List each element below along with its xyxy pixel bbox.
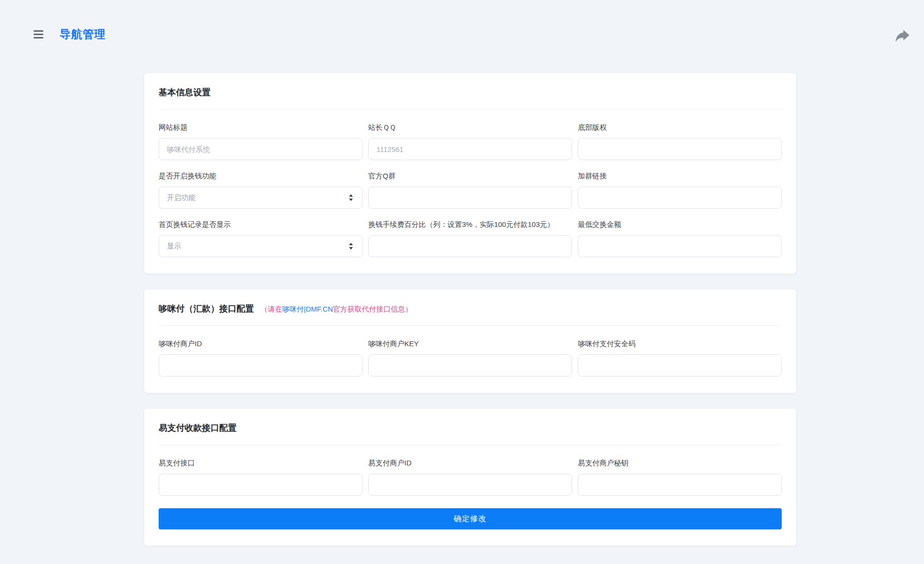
exchange-fee-percent-input[interactable] (368, 235, 572, 257)
settings-form: 基本信息设置 网站标题 站长ＱＱ 底部版权 是否开启换钱功能 开启功能 (144, 73, 796, 564)
dmf-hint-suffix: 官方获取代付接口信息） (333, 305, 412, 313)
page-title: 导航管理 (60, 27, 106, 42)
field-dmf-security-code: 哆咪付支付安全码 (578, 338, 782, 376)
group-link-label: 加群链接 (578, 171, 782, 181)
dmf-security-code-label: 哆咪付支付安全码 (578, 338, 782, 349)
field-dmf-merchant-key: 哆咪付商户KEY (368, 338, 572, 376)
dmf-merchant-key-input[interactable] (368, 354, 572, 376)
field-exchange-fee-percent: 换钱手续费百分比（列：设置3%，实际100元付款103元） (368, 219, 572, 257)
field-webmaster-qq: 站长ＱＱ (368, 122, 572, 160)
homepage-records-selected-value: 显示 (167, 242, 181, 251)
field-dmf-merchant-id: 哆咪付商户ID (159, 338, 362, 376)
min-exchange-amount-input[interactable] (578, 235, 782, 257)
dmf-security-code-input[interactable] (578, 354, 782, 376)
card-basic-info-title: 基本信息设置 (159, 87, 211, 98)
field-epay-merchant-id: 易支付商户ID (368, 458, 572, 496)
epay-merchant-secret-label: 易支付商户秘钥 (578, 458, 782, 468)
webmaster-qq-label: 站长ＱＱ (368, 122, 572, 132)
field-epay-api: 易支付接口 (159, 458, 362, 496)
site-title-input[interactable] (159, 138, 362, 160)
epay-api-input[interactable] (159, 474, 362, 496)
field-min-exchange-amount: 最低交换金额 (578, 219, 782, 257)
card-dmf-pay-title: 哆咪付（汇款）接口配置 (159, 303, 254, 314)
epay-merchant-secret-input[interactable] (578, 474, 782, 496)
dmf-merchant-id-input[interactable] (159, 354, 362, 376)
epay-merchant-id-input[interactable] (368, 474, 572, 496)
homepage-records-select[interactable]: 显示 (159, 235, 362, 257)
footer-copyright-label: 底部版权 (578, 122, 782, 132)
field-exchange-feature: 是否开启换钱功能 开启功能 (159, 171, 362, 209)
card-epay: 易支付收款接口配置 易支付接口 易支付商户ID 易支付商户秘钥 确定修改 (144, 409, 796, 546)
webmaster-qq-input[interactable] (368, 138, 572, 160)
group-link-input[interactable] (578, 187, 782, 209)
official-q-group-label: 官方Q群 (368, 171, 572, 181)
epay-api-label: 易支付接口 (159, 458, 362, 468)
share-forward-icon[interactable] (894, 28, 911, 45)
official-q-group-input[interactable] (368, 187, 572, 209)
field-group-link: 加群链接 (578, 171, 782, 209)
confirm-modify-button[interactable]: 确定修改 (159, 508, 782, 529)
card-epay-title: 易支付收款接口配置 (159, 422, 237, 434)
hamburger-menu-icon[interactable] (34, 30, 43, 38)
field-epay-merchant-secret: 易支付商户秘钥 (578, 458, 782, 496)
card-dmf-pay: 哆咪付（汇款）接口配置 （请在哆咪付|DMF.CN官方获取代付接口信息） 哆咪付… (144, 289, 796, 393)
epay-merchant-id-label: 易支付商户ID (368, 458, 572, 468)
field-homepage-records: 首页换钱记录是否显示 显示 (159, 219, 362, 257)
top-bar: 导航管理 (34, 27, 106, 42)
dmf-merchant-id-label: 哆咪付商户ID (159, 338, 362, 349)
exchange-feature-label: 是否开启换钱功能 (159, 171, 362, 181)
exchange-feature-select[interactable]: 开启功能 (159, 187, 362, 209)
site-title-label: 网站标题 (159, 122, 362, 132)
dmf-hint-prefix: （请在 (261, 305, 282, 313)
exchange-feature-selected-value: 开启功能 (167, 193, 196, 202)
exchange-fee-percent-label: 换钱手续费百分比（列：设置3%，实际100元付款103元） (368, 219, 572, 229)
field-site-title: 网站标题 (159, 122, 362, 160)
min-exchange-amount-label: 最低交换金额 (578, 219, 782, 229)
field-official-q-group: 官方Q群 (368, 171, 572, 209)
homepage-records-label: 首页换钱记录是否显示 (159, 219, 362, 229)
footer-copyright-input[interactable] (578, 138, 782, 160)
select-updown-icon (348, 194, 354, 201)
card-basic-info: 基本信息设置 网站标题 站长ＱＱ 底部版权 是否开启换钱功能 开启功能 (144, 73, 796, 274)
dmf-merchant-key-label: 哆咪付商户KEY (368, 338, 572, 349)
dmf-official-link[interactable]: 哆咪付|DMF.CN (282, 305, 333, 313)
dmf-hint: （请在哆咪付|DMF.CN官方获取代付接口信息） (261, 305, 412, 314)
select-updown-icon (348, 242, 354, 250)
field-footer-copyright: 底部版权 (578, 122, 782, 160)
